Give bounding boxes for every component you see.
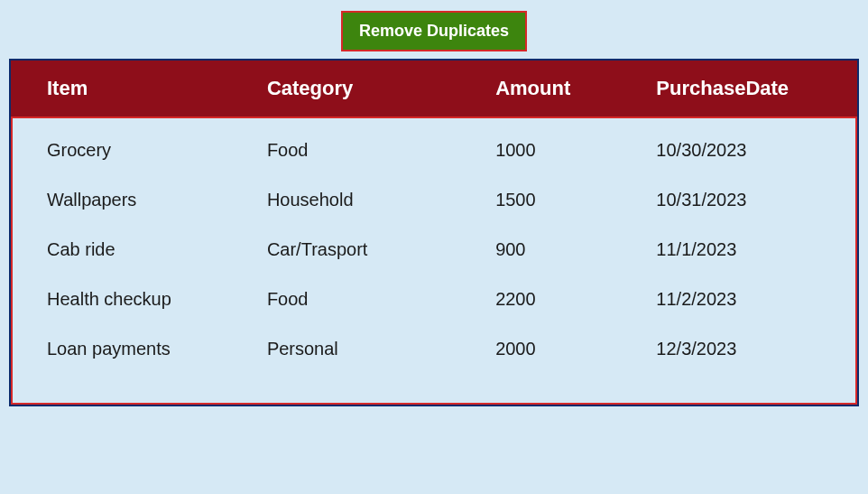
cell-amount: 2200 — [459, 275, 620, 324]
cell-date: 11/1/2023 — [620, 225, 857, 275]
cell-category: Food — [231, 275, 459, 324]
header-item: Item — [11, 61, 231, 117]
cell-amount: 1500 — [459, 175, 620, 225]
cell-amount: 1000 — [459, 117, 620, 175]
cell-item: Grocery — [11, 117, 231, 175]
header-amount: Amount — [459, 61, 620, 117]
remove-duplicates-button[interactable]: Remove Duplicates — [341, 11, 527, 51]
table-row: Cab ride Car/Trasport 900 11/1/2023 — [11, 225, 857, 275]
cell-category: Car/Trasport — [231, 225, 459, 275]
cell-item: Cab ride — [11, 225, 231, 275]
cell-category: Food — [231, 117, 459, 175]
table-container: Item Category Amount PurchaseDate Grocer… — [9, 59, 859, 406]
data-table: Item Category Amount PurchaseDate Grocer… — [11, 61, 857, 405]
table-row: Wallpapers Household 1500 10/31/2023 — [11, 175, 857, 225]
table-row: Grocery Food 1000 10/30/2023 — [11, 117, 857, 175]
cell-amount: 2000 — [459, 324, 620, 405]
button-container: Remove Duplicates — [0, 0, 868, 59]
cell-date: 11/2/2023 — [620, 275, 857, 324]
cell-date: 12/3/2023 — [620, 324, 857, 405]
cell-date: 10/30/2023 — [620, 117, 857, 175]
table-header-row: Item Category Amount PurchaseDate — [11, 61, 857, 117]
header-purchase-date: PurchaseDate — [620, 61, 857, 117]
cell-amount: 900 — [459, 225, 620, 275]
cell-date: 10/31/2023 — [620, 175, 857, 225]
cell-category: Personal — [231, 324, 459, 405]
cell-item: Wallpapers — [11, 175, 231, 225]
table-body: Grocery Food 1000 10/30/2023 Wallpapers … — [11, 117, 857, 405]
header-category: Category — [231, 61, 459, 117]
table-row: Health checkup Food 2200 11/2/2023 — [11, 275, 857, 324]
table-row: Loan payments Personal 2000 12/3/2023 — [11, 324, 857, 405]
cell-item: Loan payments — [11, 324, 231, 405]
cell-item: Health checkup — [11, 275, 231, 324]
cell-category: Household — [231, 175, 459, 225]
